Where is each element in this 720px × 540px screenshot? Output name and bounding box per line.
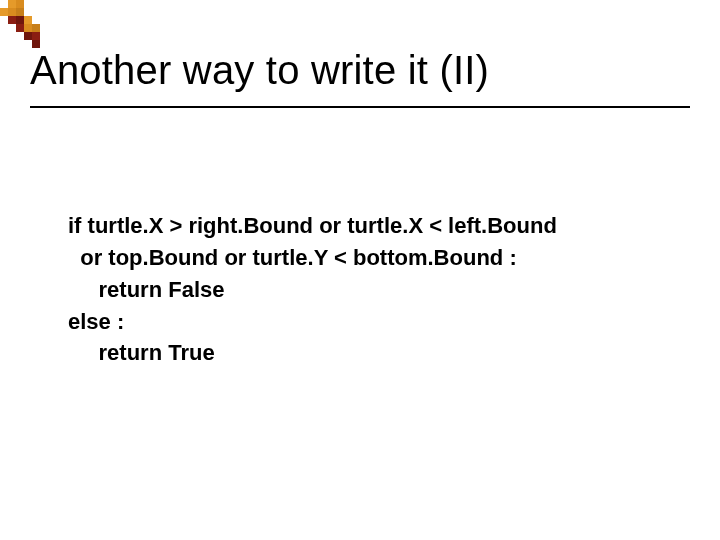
code-line-5: return True xyxy=(68,340,215,365)
code-line-2: or top.Bound or turtle.Y < bottom.Bound … xyxy=(68,245,517,270)
code-line-1: if turtle.X > right.Bound or turtle.X < … xyxy=(68,213,557,238)
code-line-3: return False xyxy=(68,277,225,302)
title-underline xyxy=(30,106,690,108)
slide-title: Another way to write it (II) xyxy=(30,48,489,93)
code-block: if turtle.X > right.Bound or turtle.X < … xyxy=(68,178,557,369)
code-line-4: else : xyxy=(68,309,124,334)
corner-logo xyxy=(0,0,48,48)
